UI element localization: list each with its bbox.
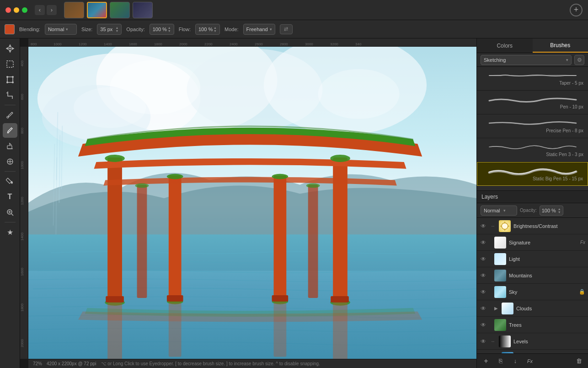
- layer-link-mountains: [490, 272, 492, 279]
- color-swatch[interactable]: [5, 24, 15, 34]
- select-rect-tool-button[interactable]: [3, 57, 17, 71]
- layer-opacity-stepper[interactable]: ▲ ▼: [558, 207, 561, 214]
- crop-tool-button[interactable]: [3, 88, 17, 103]
- layer-item-levels[interactable]: 👁 ↔ Levels: [477, 333, 588, 350]
- brush-item-wet[interactable]: Wet Pen - 50 px: [477, 186, 588, 190]
- layer-opacity-input[interactable]: 100 % ▲ ▼: [540, 206, 563, 216]
- layer-visibility-sky[interactable]: 👁: [480, 288, 487, 296]
- doc-thumb-3[interactable]: [110, 2, 130, 18]
- layer-opacity-down[interactable]: ▼: [558, 211, 561, 214]
- layer-visibility-brightness[interactable]: 👁: [480, 222, 487, 230]
- blending-select[interactable]: Normal ▾: [45, 24, 77, 35]
- opacity-input[interactable]: 100 % ▲ ▼: [150, 24, 174, 35]
- layer-visibility-trees[interactable]: 👁: [480, 321, 487, 329]
- layer-item-signature[interactable]: 👁 Signature Fx: [477, 234, 588, 251]
- delete-layer-button[interactable]: 🗑: [573, 356, 584, 367]
- svg-line-13: [11, 214, 13, 216]
- eraser-tool-button[interactable]: [3, 139, 17, 153]
- nav-forward-button[interactable]: ›: [47, 5, 57, 15]
- brush-item-taper[interactable]: Taper - 5 px: [477, 67, 588, 91]
- layer-visibility-levels[interactable]: 👁: [480, 338, 487, 345]
- move-tool-button[interactable]: [3, 41, 17, 56]
- layer-blend-select[interactable]: Normal ▾: [481, 206, 517, 216]
- brush-item-staticbig[interactable]: Static Big Pen 15 - 15 px: [477, 162, 588, 186]
- favorites-tool-button[interactable]: ★: [3, 225, 17, 239]
- toolbar: Blending: Normal ▾ Size: 35 px ▲ ▼ Opaci…: [0, 20, 588, 38]
- zoom-tool-button[interactable]: [3, 205, 17, 220]
- opacity-up[interactable]: ▲: [168, 26, 171, 29]
- size-input[interactable]: 35 px ▲ ▼: [97, 24, 122, 35]
- tab-colors[interactable]: Colors: [477, 38, 533, 53]
- add-document-button[interactable]: +: [570, 4, 583, 16]
- layer-visibility-signature[interactable]: 👁: [480, 239, 487, 246]
- zoom-level: 72%: [33, 361, 42, 366]
- fill-tool-button[interactable]: [3, 174, 17, 189]
- brush-item-precise[interactable]: Precise Pen - 8 px: [477, 114, 588, 138]
- blend-arrow-icon: ▾: [503, 208, 506, 213]
- size-up[interactable]: ▲: [115, 26, 118, 29]
- close-button[interactable]: [5, 7, 11, 13]
- size-down[interactable]: ▼: [115, 29, 118, 32]
- svg-rect-22: [28, 234, 476, 359]
- nav-back-button[interactable]: ‹: [35, 5, 45, 15]
- layer-lock-sky: 🔒: [579, 289, 585, 295]
- brush-category-select[interactable]: Sketching ▾: [481, 55, 572, 65]
- clone-tool-button[interactable]: [3, 154, 17, 169]
- duplicate-layer-button[interactable]: ⎘: [495, 356, 506, 367]
- main-area: T ★ 800 1000 1200 1400 1600 1800 2000 22…: [0, 38, 588, 368]
- text-tool-button[interactable]: T: [3, 189, 17, 204]
- size-stepper[interactable]: ▲ ▼: [115, 26, 118, 32]
- fx-layer-button[interactable]: Fx: [524, 356, 535, 367]
- layer-visibility-mountains[interactable]: 👁: [480, 272, 487, 279]
- sync-button[interactable]: ⇄: [280, 24, 293, 34]
- clouds-group-arrow[interactable]: ▶: [494, 306, 498, 311]
- eyedropper-tool-button[interactable]: [3, 108, 17, 122]
- doc-thumb-1[interactable]: [64, 2, 84, 18]
- layer-visibility-clouds[interactable]: 👁: [480, 305, 487, 312]
- tool-divider-3: [5, 222, 16, 222]
- opacity-down[interactable]: ▼: [168, 29, 171, 32]
- minimize-button[interactable]: [14, 7, 19, 13]
- layer-thumb-sky: [494, 286, 506, 298]
- svg-rect-42: [167, 295, 183, 302]
- flow-input[interactable]: 100 % ▲ ▼: [195, 24, 220, 35]
- brush-list: Taper - 5 px Pen - 10 px Precise Pen - 8…: [477, 67, 588, 190]
- layer-item-clouds[interactable]: 👁 ▶ Clouds: [477, 300, 588, 317]
- mode-select[interactable]: Freehand ▾: [243, 24, 275, 35]
- transform-tool-button[interactable]: [3, 72, 17, 87]
- layer-visibility-light[interactable]: 👁: [480, 255, 487, 263]
- brush-settings-button[interactable]: ⚙: [574, 55, 584, 65]
- canvas-painting[interactable]: [28, 47, 476, 359]
- paint-brush-tool-button[interactable]: [3, 123, 17, 138]
- layer-link-sky: [490, 289, 492, 295]
- doc-thumb-2[interactable]: [87, 2, 107, 18]
- brush-item-static3[interactable]: Static Pen 3 - 3 px: [477, 138, 588, 162]
- flow-up[interactable]: ▲: [214, 26, 217, 29]
- layer-thumb-trees: [494, 319, 506, 331]
- svg-point-3: [12, 76, 14, 78]
- layers-toolbar: Normal ▾ Opacity: 100 % ▲ ▼: [477, 203, 588, 218]
- brush-item-pen[interactable]: Pen - 10 px: [477, 91, 588, 114]
- fullscreen-button[interactable]: [22, 7, 27, 13]
- layer-item-sky[interactable]: 👁 Sky 🔒: [477, 284, 588, 300]
- svg-rect-41: [331, 296, 349, 303]
- layer-item-water[interactable]: 👁 ▶ Water: [477, 350, 588, 353]
- layer-item-trees[interactable]: 👁 Trees: [477, 317, 588, 333]
- doc-thumb-4[interactable]: [133, 2, 153, 18]
- layers-header: Layers: [477, 190, 588, 203]
- layers-title: Layers: [481, 194, 498, 200]
- tab-brushes[interactable]: Brushes: [533, 38, 588, 53]
- add-layer-button[interactable]: +: [481, 356, 492, 367]
- layer-opacity-up[interactable]: ▲: [558, 207, 561, 211]
- layer-link-signature: [490, 239, 492, 246]
- layer-item-mountains[interactable]: 👁 Mountains: [477, 267, 588, 284]
- flow-stepper[interactable]: ▲ ▼: [214, 26, 217, 32]
- flow-down[interactable]: ▼: [214, 29, 217, 32]
- layer-item-light[interactable]: 👁 Light: [477, 251, 588, 267]
- blending-arrow-icon: ▾: [66, 27, 68, 32]
- layer-thumb-clouds: [502, 303, 513, 314]
- download-layer-button[interactable]: ↓: [510, 356, 521, 367]
- layer-item-brightness[interactable]: 👁 ↔ Brightness/Contrast: [477, 218, 588, 234]
- ruler-top: 800 1000 1200 1400 1600 1800 2000 2200 2…: [28, 38, 476, 47]
- opacity-stepper[interactable]: ▲ ▼: [168, 26, 171, 32]
